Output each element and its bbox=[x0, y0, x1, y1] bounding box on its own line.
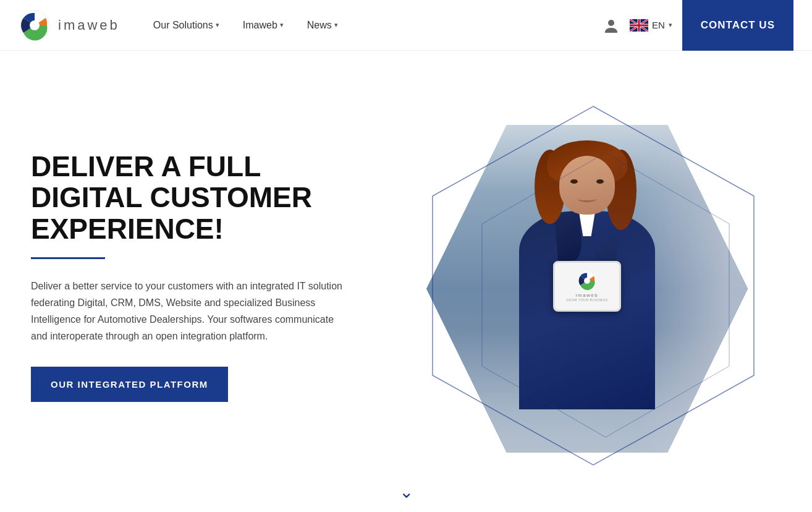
nav-imaweb[interactable]: Imaweb ▾ bbox=[234, 14, 292, 37]
platform-button[interactable]: OUR INTEGRATED PLATFORM bbox=[31, 367, 228, 402]
navbar: imaweb Our Solutions ▾ Imaweb ▾ News ▾ bbox=[0, 0, 812, 51]
hero-image-area: imaweb GROW YOUR BUSINESS bbox=[377, 75, 781, 477]
solutions-label: Our Solutions bbox=[153, 20, 213, 31]
contact-button[interactable]: CONTACT US bbox=[682, 0, 793, 51]
hero-description: Deliver a better service to your custome… bbox=[31, 278, 352, 345]
language-selector[interactable]: EN ▾ bbox=[630, 19, 672, 32]
brand-name: imaweb bbox=[58, 17, 120, 33]
lang-label: EN bbox=[652, 20, 665, 30]
hero-content: DELIVER A FULL DIGITAL CUSTOMER EXPERIEN… bbox=[31, 151, 377, 403]
solutions-chevron-icon: ▾ bbox=[216, 21, 219, 29]
hero-section: DELIVER A FULL DIGITAL CUSTOMER EXPERIEN… bbox=[0, 51, 812, 512]
hero-title: DELIVER A FULL DIGITAL CUSTOMER EXPERIEN… bbox=[31, 151, 377, 245]
lang-chevron-icon: ▾ bbox=[669, 21, 672, 29]
hex-outline-outer bbox=[402, 94, 785, 477]
svg-point-2 bbox=[608, 20, 614, 26]
scroll-down-chevron[interactable]: ⌄ bbox=[399, 482, 413, 502]
nav-news[interactable]: News ▾ bbox=[298, 14, 347, 37]
svg-point-1 bbox=[30, 20, 40, 30]
hero-underline-decoration bbox=[31, 257, 105, 259]
news-chevron-icon: ▾ bbox=[334, 21, 338, 29]
flag-uk-icon bbox=[630, 19, 648, 32]
imaweb-label: Imaweb bbox=[243, 20, 277, 31]
logo-icon bbox=[19, 9, 51, 41]
user-icon[interactable] bbox=[603, 17, 620, 34]
svg-marker-4 bbox=[433, 106, 754, 465]
news-label: News bbox=[307, 20, 332, 31]
logo-link[interactable]: imaweb bbox=[19, 9, 120, 41]
nav-solutions[interactable]: Our Solutions ▾ bbox=[145, 14, 228, 37]
nav-right: EN ▾ CONTACT US bbox=[603, 0, 793, 51]
imaweb-chevron-icon: ▾ bbox=[280, 21, 284, 29]
nav-links: Our Solutions ▾ Imaweb ▾ News ▾ bbox=[145, 14, 603, 37]
